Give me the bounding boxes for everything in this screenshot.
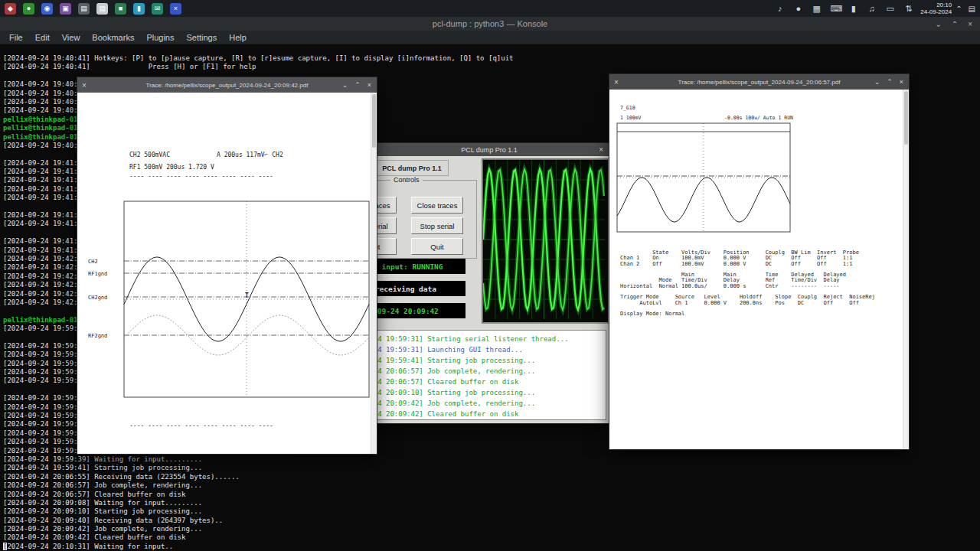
scrollbar-thumb[interactable] [904, 91, 908, 145]
terminal-line: [2024-09-24 20:06:55] Receiving data (22… [3, 473, 980, 481]
close-traces-button[interactable]: Close traces [411, 197, 463, 214]
scope-trace-plot: CH2 500mVAC A 200us 117mV⌐ CH2 RF1 500mV… [77, 93, 371, 454]
label-rf2gnd: RF2gnd [88, 333, 107, 339]
minimize-icon[interactable]: ⌄ [342, 81, 348, 89]
scope-preview-frame [482, 158, 609, 324]
panel-clock[interactable]: 20:10 24-09-2024 [920, 2, 952, 15]
mic-icon[interactable]: ● [793, 4, 803, 13]
maximize-icon[interactable]: ⌃ [887, 78, 893, 86]
settings-icon[interactable]: × [170, 3, 181, 15]
menu-file[interactable]: File [3, 31, 29, 44]
close-icon[interactable]: × [599, 143, 603, 156]
panel-end-icons: ⌃ ▤ [956, 5, 980, 13]
close-icon[interactable]: × [614, 74, 619, 90]
browser-icon[interactable]: ◉ [41, 3, 53, 15]
trace-rf-header: RF1 500mV 200us 1.720 V [129, 164, 214, 171]
scope-settings-text: State Volts/Div Position Couplg BW Lim I… [620, 250, 875, 318]
pdf-right-title: Trace: /home/pellix/scope_output_2024-09… [678, 79, 841, 86]
menu-plugins[interactable]: Plugins [140, 31, 180, 44]
trigger-marker: T [245, 292, 249, 299]
trace-trigger-header: A 200us 117mV⌐ CH2 [217, 152, 283, 158]
plot-header-2: 1 100mV [620, 115, 641, 121]
pdf-left-titlebar[interactable]: × Trace: /home/pellix/scope_output_2024-… [77, 77, 377, 93]
konsole-title: pcl-dump : python3 — Konsole [433, 19, 547, 28]
minimize-icon[interactable]: ⌄ [935, 20, 941, 28]
pcl-window-title: PCL dump Pro 1.1 [461, 143, 518, 156]
menu-bookmarks[interactable]: Bookmarks [86, 31, 140, 44]
pdf-right-titlebar[interactable]: × Trace: /home/pellix/scope_output_2024-… [609, 74, 909, 90]
menu-edit[interactable]: Edit [29, 31, 56, 44]
tray-overflow-icon[interactable]: ⌃ [956, 5, 962, 13]
pdf-window-right: × Trace: /home/pellix/scope_output_2024-… [609, 73, 910, 450]
scrollbar[interactable] [371, 93, 377, 454]
menu-settings[interactable]: Settings [180, 31, 223, 44]
clock-time: 20:10 [920, 2, 952, 8]
konsole-titlebar[interactable]: pcl-dump : python3 — Konsole ⌄ ⌃ × [0, 17, 980, 31]
pdf-left-window-controls: ⌄ ⌃ × [342, 77, 371, 93]
launcher-icon[interactable]: ◆ [5, 3, 16, 15]
close-icon[interactable]: × [368, 81, 371, 89]
stop-serial-button[interactable]: Stop serial [411, 217, 463, 234]
terminal-line: [2024-09-24 19:59:39] Waiting for input.… [3, 455, 980, 464]
notes-icon[interactable]: ▤ [96, 3, 108, 15]
label-ch2gnd: CH2gnd [88, 295, 107, 301]
desktop: ◆●◉▣▤▤■▮✉× ♪●▦⌨▮♫▭⇅ 20:10 24-09-2024 ⌃ ▤… [0, 0, 980, 551]
label-ch2: CH2 [88, 259, 98, 265]
system-monitor-icon[interactable]: ● [23, 3, 34, 15]
terminal-line: [2024-09-24 19:59:41] Starting job proce… [3, 464, 980, 472]
chat-icon[interactable]: ▣ [60, 3, 71, 15]
terminal-line: [2024-09-24 20:09:08] Waiting for input.… [3, 499, 980, 507]
minimize-icon[interactable]: ⌄ [874, 78, 880, 86]
close-icon[interactable]: × [82, 77, 87, 93]
media-icon[interactable]: ♫ [867, 4, 877, 13]
trace-dashes-bottom: ---- ---- ---- ---- ---- ---- ---- ---- [129, 422, 273, 429]
scrollbar[interactable] [903, 90, 909, 449]
trace-channel-header: CH2 500mVAC [129, 152, 170, 158]
terminal-line: [2024-09-24 20:09:42] Job complete, rend… [3, 525, 980, 533]
close-icon[interactable]: × [968, 20, 972, 28]
keyboard-icon[interactable]: ⌨ [830, 4, 840, 14]
label-rf1gnd: RF1gnd [88, 271, 107, 277]
pdf-right-page: 7_G10 1 100mV -0.00s 100u/ Auto 1 RUN St… [609, 90, 909, 449]
terminal-line: [2024-09-24 19:40:41] Press [H] or [F1] … [3, 63, 980, 71]
panel-menu-icon[interactable]: ▤ [969, 5, 975, 13]
pcl-heading-label: PCL dump Pro 1.1 [375, 160, 449, 176]
maximize-icon[interactable]: ⌃ [354, 81, 361, 89]
konsole-menubar: FileEditViewBookmarksPluginsSettingsHelp [0, 31, 980, 44]
terminal-line: [2024-09-24 20:10:31] Waiting for input.… [3, 543, 980, 551]
terminal-line: [2024-09-24 20:09:42] Cleared buffer on … [3, 533, 980, 542]
mail-icon[interactable]: ✉ [152, 3, 163, 15]
pdf-left-page: CH2 500mVAC A 200us 117mV⌐ CH2 RF1 500mV… [77, 93, 377, 454]
volume-icon[interactable]: ♪ [775, 4, 785, 13]
controls-frame-label: Controls [390, 176, 423, 184]
scope-preview-image [483, 160, 605, 319]
quit-button[interactable]: Quit [411, 238, 463, 255]
menu-view[interactable]: View [56, 31, 87, 44]
clock-date: 24-09-2024 [920, 8, 952, 15]
plot-header-1: 7_G10 [620, 105, 635, 111]
network-icon[interactable]: ⇅ [903, 4, 913, 14]
pdf-left-title: Trace: /home/pellix/scope_output_2024-09… [146, 82, 309, 89]
files-icon[interactable]: ▤ [78, 3, 90, 15]
menu-help[interactable]: Help [223, 31, 253, 44]
scrollbar-thumb[interactable] [372, 94, 376, 148]
terminal-line: [2024-09-24 20:09:40] Receiving data (26… [3, 517, 980, 525]
konsole-window-controls: ⌄ ⌃ × [935, 17, 972, 31]
panel-app-icons: ◆●◉▣▤▤■▮✉× [0, 3, 181, 15]
clipboard-icon[interactable]: ▦ [812, 4, 822, 14]
pdf-window-left: × Trace: /home/pellix/scope_output_2024-… [77, 77, 377, 455]
battery-icon[interactable]: ▮ [848, 4, 858, 14]
terminal-cursor: [ [3, 543, 7, 550]
maximize-icon[interactable]: ⌃ [952, 20, 958, 28]
terminal-icon[interactable]: ▮ [133, 3, 145, 15]
terminal-line: [2024-09-24 20:09:10] Starting job proce… [3, 507, 980, 516]
terminal-line: [2024-09-24 20:06:57] Job complete, rend… [3, 481, 980, 490]
package-icon[interactable]: ■ [115, 3, 126, 15]
top-panel: ◆●◉▣▤▤■▮✉× ♪●▦⌨▮♫▭⇅ 20:10 24-09-2024 ⌃ ▤ [0, 0, 980, 17]
trace-dashes-top: ---- ---- ---- ---- ---- ---- ---- ---- [129, 173, 273, 180]
terminal-line: [2024-09-24 20:06:57] Cleared buffer on … [3, 491, 980, 499]
display-icon[interactable]: ▭ [885, 4, 895, 14]
scope-trace-plot-small: 7_G10 1 100mV -0.00s 100u/ Auto 1 RUN [609, 90, 903, 243]
system-tray: ♪●▦⌨▮♫▭⇅ [775, 4, 916, 14]
close-icon[interactable]: × [900, 78, 903, 86]
